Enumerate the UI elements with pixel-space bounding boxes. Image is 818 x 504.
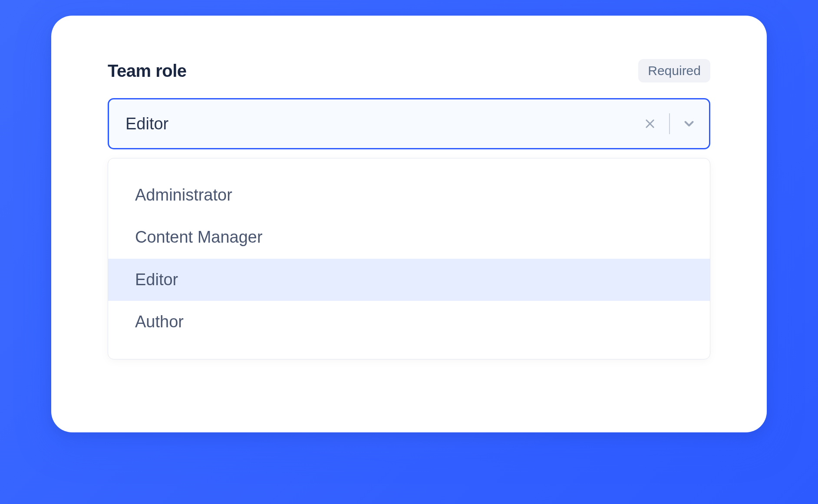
close-icon: [644, 118, 656, 130]
clear-button[interactable]: [641, 115, 659, 132]
form-card: Team role Required Editor: [51, 16, 767, 432]
select-wrapper: Editor: [108, 98, 710, 149]
dropdown-menu: Administrator Content Manager Editor Aut…: [108, 158, 710, 359]
select-value: Editor: [125, 115, 641, 133]
option-editor[interactable]: Editor: [108, 259, 710, 301]
chevron-down-icon: [682, 116, 696, 131]
field-label: Team role: [108, 61, 187, 81]
option-author[interactable]: Author: [108, 301, 710, 343]
select-indicators: [641, 113, 698, 134]
option-administrator[interactable]: Administrator: [108, 174, 710, 216]
option-content-manager[interactable]: Content Manager: [108, 216, 710, 258]
indicator-separator: [669, 113, 670, 134]
team-role-select[interactable]: Editor: [108, 98, 710, 149]
field-header: Team role Required: [108, 59, 710, 82]
required-badge: Required: [638, 59, 710, 82]
dropdown-toggle[interactable]: [680, 115, 698, 132]
